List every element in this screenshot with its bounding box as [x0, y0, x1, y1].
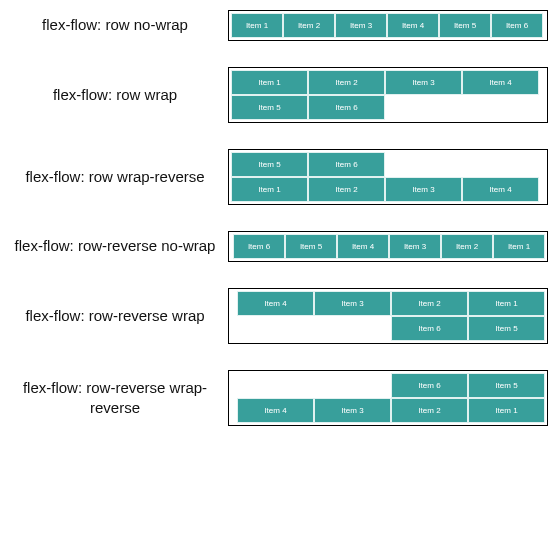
flex-item: Item 4 — [462, 70, 539, 95]
flex-item: Item 4 — [462, 177, 539, 202]
flex-item: Item 1 — [231, 177, 308, 202]
flex-container: Item 1Item 2Item 3Item 4Item 5Item 6 — [228, 288, 548, 344]
flex-item: Item 2 — [391, 291, 468, 316]
example-label: flex-flow: row wrap — [10, 85, 220, 105]
flex-container: Item 1Item 2Item 3Item 4Item 5Item 6 — [228, 370, 548, 426]
flex-example: flex-flow: row wrap-reverseItem 1Item 2I… — [10, 149, 550, 205]
flex-item: Item 6 — [491, 13, 543, 38]
flex-item: Item 6 — [233, 234, 285, 259]
flex-item: Item 1 — [468, 291, 545, 316]
flex-item: Item 4 — [337, 234, 389, 259]
example-label: flex-flow: row-reverse wrap — [10, 306, 220, 326]
flex-item: Item 3 — [385, 70, 462, 95]
example-label: flex-flow: row wrap-reverse — [10, 167, 220, 187]
flex-item: Item 2 — [308, 177, 385, 202]
flex-item: Item 2 — [441, 234, 493, 259]
flex-example: flex-flow: row-reverse no-wrapItem 1Item… — [10, 231, 550, 262]
flex-item: Item 3 — [314, 398, 391, 423]
flex-item: Item 3 — [389, 234, 441, 259]
flex-item: Item 6 — [308, 152, 385, 177]
example-label: flex-flow: row-reverse no-wrap — [10, 236, 220, 256]
flex-example: flex-flow: row wrapItem 1Item 2Item 3Ite… — [10, 67, 550, 123]
flex-container: Item 1Item 2Item 3Item 4Item 5Item 6 — [228, 10, 548, 41]
example-label: flex-flow: row no-wrap — [10, 15, 220, 35]
flex-item: Item 1 — [493, 234, 545, 259]
flex-item: Item 5 — [285, 234, 337, 259]
flex-item: Item 5 — [231, 152, 308, 177]
flex-container: Item 1Item 2Item 3Item 4Item 5Item 6 — [228, 149, 548, 205]
flex-item: Item 6 — [391, 373, 468, 398]
flex-item: Item 3 — [314, 291, 391, 316]
flex-item: Item 3 — [385, 177, 462, 202]
flex-container: Item 1Item 2Item 3Item 4Item 5Item 6 — [228, 67, 548, 123]
flex-item: Item 6 — [308, 95, 385, 120]
flex-item: Item 2 — [308, 70, 385, 95]
example-label: flex-flow: row-reverse wrap-reverse — [10, 378, 220, 419]
flex-item: Item 1 — [468, 398, 545, 423]
flex-example: flex-flow: row-reverse wrapItem 1Item 2I… — [10, 288, 550, 344]
flex-example: flex-flow: row no-wrapItem 1Item 2Item 3… — [10, 10, 550, 41]
flex-item: Item 5 — [468, 316, 545, 341]
flex-item: Item 2 — [391, 398, 468, 423]
flex-item: Item 5 — [231, 95, 308, 120]
flex-item: Item 4 — [387, 13, 439, 38]
flex-container: Item 1Item 2Item 3Item 4Item 5Item 6 — [228, 231, 548, 262]
flex-item: Item 2 — [283, 13, 335, 38]
flex-item: Item 4 — [237, 398, 314, 423]
flex-item: Item 5 — [439, 13, 491, 38]
flex-item: Item 4 — [237, 291, 314, 316]
flex-item: Item 3 — [335, 13, 387, 38]
flex-item: Item 6 — [391, 316, 468, 341]
flex-item: Item 5 — [468, 373, 545, 398]
flex-example: flex-flow: row-reverse wrap-reverseItem … — [10, 370, 550, 426]
flex-item: Item 1 — [231, 70, 308, 95]
flex-item: Item 1 — [231, 13, 283, 38]
